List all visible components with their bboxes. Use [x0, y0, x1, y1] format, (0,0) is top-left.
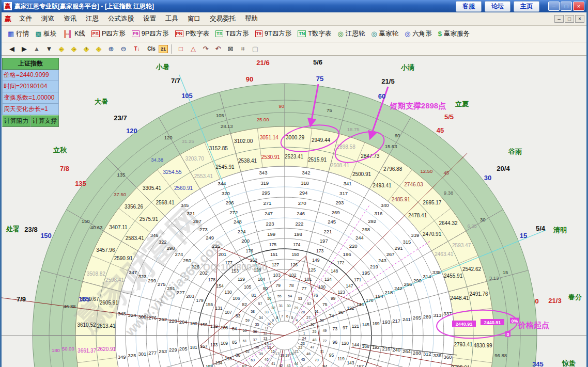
svg-text:77: 77	[302, 286, 307, 291]
child-restore-button[interactable]: □	[565, 15, 574, 23]
center-tool-icon[interactable]: ⌗	[237, 44, 249, 54]
toolbar-label: 9P四方形	[142, 29, 169, 38]
menu-交易委托[interactable]: 交易委托	[205, 13, 240, 25]
triangle-tool-icon[interactable]: △	[187, 44, 199, 54]
svg-text:149: 149	[312, 258, 319, 263]
svg-text:153: 153	[231, 268, 239, 274]
gann-wheel-chart-area[interactable]: 赢家财富网www.yingjia360.comQQ:10080036012345…	[2, 56, 586, 367]
shift-right-diamond-icon[interactable]: ◆→	[68, 44, 80, 54]
toolbar-9T四方形[interactable]: T99T四方形	[252, 28, 295, 40]
toolbar-赢家轮[interactable]: ◎赢家轮	[368, 28, 401, 40]
toolbar-P数字表[interactable]: PNP数字表	[172, 28, 212, 40]
toolbar-9P四方形[interactable]: P99P四方形	[129, 28, 172, 40]
calendar-tool-icon[interactable]: 21	[159, 45, 168, 53]
svg-text:54: 54	[288, 294, 292, 298]
menu-浏览[interactable]: 浏览	[37, 13, 59, 25]
panel-button-计算支撑[interactable]: 计算支撑	[30, 115, 59, 127]
toolbar-K线[interactable]: ╟╢K线	[60, 28, 88, 40]
square-tool-icon[interactable]: □	[175, 44, 187, 54]
rotate-cw-icon[interactable]: ↷	[199, 44, 212, 54]
panel-row-0: 价格=2440.9099	[2, 70, 59, 81]
menu-窗口[interactable]: 窗口	[183, 13, 205, 25]
svg-text:95: 95	[329, 353, 334, 358]
svg-text:84: 84	[232, 326, 237, 331]
next-arrow-icon[interactable]: ▶	[18, 44, 30, 54]
menu-资讯[interactable]: 资讯	[59, 13, 81, 25]
toolbar-P四方形[interactable]: PSP四方形	[88, 28, 129, 40]
maximize-button[interactable]: □	[561, 2, 572, 11]
toolbar-江恩轮[interactable]: ◎江恩轮	[334, 28, 368, 40]
svg-text:55: 55	[277, 294, 282, 298]
toolbar-板块[interactable]: ▩板块	[32, 28, 59, 40]
prev-arrow-icon[interactable]: ◀	[6, 44, 18, 54]
rotate-ccw-icon[interactable]: ↶	[212, 44, 224, 54]
toolbar-label: 赢家服务	[444, 29, 470, 38]
up-arrow-icon[interactable]: ▲	[30, 44, 43, 54]
svg-text:216: 216	[382, 346, 390, 352]
svg-text:268: 268	[362, 227, 370, 232]
svg-text:45: 45	[301, 358, 305, 361]
svg-text:127: 127	[272, 262, 279, 267]
menu-工具[interactable]: 工具	[161, 13, 183, 25]
svg-text:51: 51	[315, 310, 319, 313]
赢家服务-icon: $	[438, 30, 442, 38]
child-close-button[interactable]: ×	[575, 15, 584, 23]
down-arrow-icon[interactable]: ▼	[43, 44, 55, 54]
svg-text:2620.91: 2620.91	[97, 346, 116, 352]
toolbar-T四方形[interactable]: TST四方形	[212, 28, 252, 40]
gann-wheel-svg[interactable]: 赢家财富网www.yingjia360.comQQ:10080036012345…	[2, 56, 586, 367]
shift-up-diamond-icon[interactable]: ◆↑	[80, 44, 92, 54]
child-minimize-button[interactable]: –	[554, 15, 564, 23]
title-bar: 赢 赢家江恩专业版[赢家服务平台] - [上证指数 江恩轮] 客服论坛主页 –□…	[2, 0, 586, 12]
cls-tool-icon[interactable]: Cls	[144, 44, 159, 54]
svg-text:301: 301	[138, 351, 146, 357]
svg-text:75: 75	[327, 107, 332, 113]
zoom-in-icon[interactable]: ⊕	[105, 44, 117, 54]
svg-text:谷雨: 谷雨	[508, 148, 522, 155]
toolbar-赢家服务[interactable]: $赢家服务	[435, 28, 473, 40]
toolbar-label: T数字表	[308, 29, 331, 38]
svg-text:16: 16	[271, 349, 275, 353]
toolbar-label: 赢家轮	[379, 29, 398, 38]
menu-文件[interactable]: 文件	[14, 13, 37, 25]
inactive-tool-icon[interactable]: ▢	[249, 44, 261, 54]
menu-江恩[interactable]: 江恩	[81, 13, 103, 25]
svg-text:3305.41: 3305.41	[143, 185, 162, 191]
quick-button-1[interactable]: 论坛	[485, 1, 510, 12]
svg-text:150: 150	[292, 252, 299, 257]
svg-text:98: 98	[338, 310, 344, 315]
toolbar-label: 六角形	[412, 29, 432, 38]
quick-button-2[interactable]: 主页	[514, 1, 539, 12]
svg-text:173: 173	[316, 248, 323, 253]
menu-公式选股[interactable]: 公式选股	[103, 13, 138, 25]
svg-text:18: 18	[280, 354, 284, 357]
svg-text:177: 177	[225, 260, 233, 265]
panel-button-计算阻力[interactable]: 计算阻力	[2, 115, 30, 127]
svg-text:205: 205	[179, 346, 188, 352]
toolbar-六角形[interactable]: ◎六角形	[401, 28, 435, 40]
shift-left-diamond-icon[interactable]: ◆←	[55, 44, 68, 54]
svg-text:203: 203	[186, 293, 194, 299]
svg-text:174: 174	[293, 242, 300, 247]
boxed-x-tool-icon[interactable]: ⊠	[224, 44, 237, 54]
svg-text:299: 299	[148, 278, 156, 283]
toolbar-T数字表[interactable]: TNT数字表	[295, 28, 334, 40]
toolbar-label: T四方形	[225, 29, 249, 38]
svg-text:197: 197	[320, 238, 328, 244]
sort-tool-icon[interactable]: T↓	[130, 44, 144, 54]
quick-button-0[interactable]: 客服	[456, 1, 482, 12]
minimize-button[interactable]: –	[548, 2, 560, 11]
toolbar-行情[interactable]: ▦行情	[5, 28, 32, 40]
menu-帮助[interactable]: 帮助	[240, 13, 262, 25]
svg-text:251: 251	[167, 285, 175, 291]
zoom-out-icon[interactable]: ⊖	[117, 44, 130, 54]
shift-down-diamond-icon[interactable]: ◆↓	[92, 44, 105, 54]
svg-text:60: 60	[243, 329, 247, 332]
svg-text:2746.03: 2746.03	[404, 182, 423, 187]
svg-text:195: 195	[362, 270, 370, 276]
svg-text:270: 270	[298, 200, 306, 206]
svg-text:43: 43	[287, 364, 291, 367]
svg-text:158: 158	[206, 364, 213, 367]
menu-设置[interactable]: 设置	[138, 13, 161, 25]
close-button[interactable]: ×	[573, 2, 584, 11]
